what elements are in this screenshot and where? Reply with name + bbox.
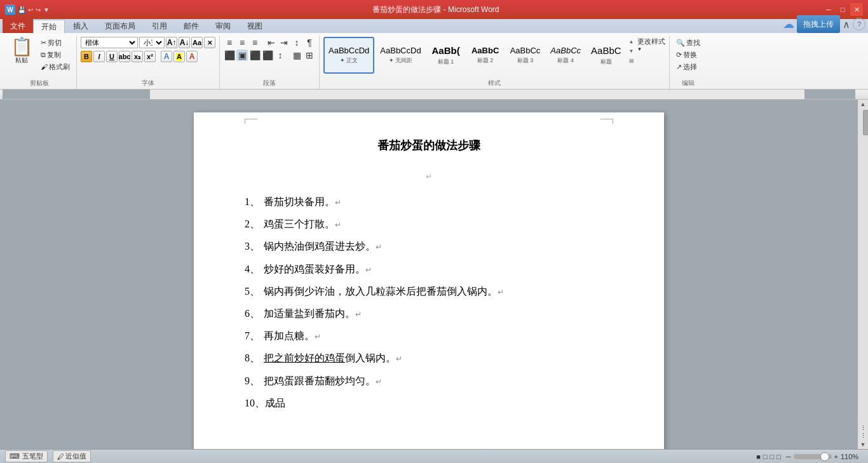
view-fullscreen-icon[interactable]: □	[763, 453, 768, 460]
style-normal[interactable]: AaBbCcDd ✦ 正文	[323, 37, 374, 74]
tab-file[interactable]: 文件	[3, 19, 33, 33]
justify-button[interactable]: ⬛	[262, 50, 273, 61]
sort-button[interactable]: ↕	[291, 37, 302, 48]
copy-button[interactable]: ⧉ 复制	[38, 49, 72, 60]
underline-button[interactable]: U	[106, 51, 118, 62]
maximize-button[interactable]: □	[836, 3, 849, 16]
italic-button[interactable]: I	[93, 51, 105, 62]
font-color-button[interactable]: A	[186, 51, 198, 62]
subscript-button[interactable]: x₂	[132, 51, 143, 62]
view-normal-icon[interactable]: ■	[756, 453, 761, 460]
superscript-button[interactable]: x²	[144, 51, 156, 62]
grow-font-button[interactable]: A↑	[166, 37, 177, 48]
scroll-extra: ⋮ ⋮	[859, 424, 867, 440]
align-right-button[interactable]: ⬛	[249, 50, 261, 61]
style-h3[interactable]: AaBbCc 标题 3	[506, 37, 545, 74]
cursor-mark: ↵	[245, 172, 613, 181]
quick-undo[interactable]: ↩	[28, 6, 33, 13]
scroll-down-arrow[interactable]: ▼	[859, 440, 867, 449]
scroll-up-arrow[interactable]: ▲	[859, 100, 867, 109]
font-size-select[interactable]: 小三	[139, 37, 165, 48]
zoom-level[interactable]: 110%	[841, 453, 863, 460]
ruler-center[interactable]	[150, 90, 804, 100]
change-styles-btn[interactable]: 更改样式 ▼	[637, 37, 665, 61]
multilevel-list-button[interactable]: ≡	[249, 37, 261, 48]
tab-view[interactable]: 视图	[239, 19, 271, 33]
next-page-btn[interactable]: ⋮	[860, 433, 866, 439]
highlight-button[interactable]: A	[173, 51, 185, 62]
minimize-button[interactable]: ─	[822, 3, 835, 16]
quick-redo[interactable]: ↪	[36, 6, 41, 13]
zoom-control: ─ + 110%	[786, 453, 863, 460]
show-hide-button[interactable]: ¶	[304, 37, 315, 48]
style-title[interactable]: AaBbC 标题	[587, 37, 626, 74]
close-button[interactable]: ✕	[850, 3, 863, 16]
scroll-thumb[interactable]	[863, 110, 868, 135]
borders-button[interactable]: ⊞	[304, 50, 315, 61]
decrease-indent-button[interactable]: ⇤	[266, 37, 277, 48]
status-right: ■ □ □ □ ─ + 110%	[756, 453, 863, 460]
minimize-ribbon-icon[interactable]: ∧	[843, 18, 850, 30]
line-spacing-button[interactable]: ↕	[275, 50, 286, 61]
style-scroll-down[interactable]: ▼	[627, 46, 636, 55]
change-case-button[interactable]: Aa	[191, 37, 203, 48]
help-button[interactable]: ?	[853, 18, 865, 30]
bullets-button[interactable]: ≡	[224, 37, 235, 48]
tab-insert[interactable]: 插入	[65, 19, 97, 33]
upload-button[interactable]: 拖拽上传	[797, 15, 840, 33]
quick-customize[interactable]: ▼	[43, 6, 50, 13]
font-name-select[interactable]: 楷体	[81, 37, 138, 48]
paragraph-group: ≡ ≡ ≡ ⇤ ⇥ ↕ ¶ ⬛ ▣ ⬛ ⬛ ↕ ▦ ⊞	[220, 36, 320, 89]
vertical-scrollbar[interactable]: ▲ ⋮ ⋮ ▼	[858, 100, 868, 449]
style-more[interactable]: ▤	[627, 56, 636, 65]
input-method[interactable]: ⌨ 五笔型	[5, 450, 48, 462]
format-painter-button[interactable]: 🖌 格式刷	[38, 61, 72, 72]
zoom-minus-btn[interactable]: ─	[786, 453, 791, 460]
change-styles-arrow: ▼	[637, 46, 665, 52]
corner-marker-tl	[245, 119, 257, 124]
clear-format-button[interactable]: ✕	[204, 37, 215, 48]
style-h1[interactable]: AaBb( 标题 1	[427, 37, 465, 74]
bold-button[interactable]: B	[81, 51, 92, 62]
shading-button[interactable]: ▦	[291, 50, 302, 61]
view-web-icon[interactable]: □	[770, 453, 774, 460]
zoom-slider-thumb[interactable]	[820, 452, 829, 461]
strikethrough-button[interactable]: abc	[119, 51, 130, 62]
tab-references[interactable]: 引用	[144, 19, 175, 33]
style-h2-preview: AaBbC	[471, 46, 499, 56]
shrink-font-button[interactable]: A↓	[179, 37, 190, 48]
text-effects-button[interactable]: A	[161, 51, 172, 62]
list-item: 6、 加适量盐到番茄内。↵	[245, 302, 613, 325]
right-ribbon-buttons: ☁ 拖拽上传 ∧ ?	[783, 15, 868, 33]
prev-page-btn[interactable]: ⋮	[860, 425, 866, 431]
align-center-button[interactable]: ▣	[236, 50, 248, 61]
tab-home[interactable]: 开始	[33, 20, 65, 34]
style-scroll-up[interactable]: ▲	[627, 37, 636, 46]
document-wrapper[interactable]: 番茄炒蛋的做法步骤 ↵ 1、 番茄切块备用。↵ 2、 鸡蛋三个打散。↵ 3、 锅…	[0, 100, 858, 449]
zoom-slider[interactable]	[794, 454, 832, 459]
paste-button[interactable]: 📋 粘贴	[6, 37, 37, 66]
increase-indent-button[interactable]: ⇥	[278, 37, 290, 48]
list-item: 10、 成品	[245, 392, 613, 414]
view-outline-icon[interactable]: □	[776, 453, 781, 460]
cut-button[interactable]: ✂ 剪切	[38, 37, 72, 48]
list-item: 5、 锅内再倒少许油，放入几粒蒜米后把番茄倒入锅内。↵	[245, 280, 613, 302]
style-h2[interactable]: AaBbC 标题 2	[466, 37, 505, 74]
tab-review[interactable]: 审阅	[207, 19, 239, 33]
ribbon-tabs: 文件 开始 插入 页面布局 引用 邮件 审阅 视图 ☁ 拖拽上传 ∧ ?	[0, 19, 868, 33]
tab-mail[interactable]: 邮件	[175, 19, 207, 33]
find-button[interactable]: 🔍 查找	[674, 37, 703, 48]
style-no-space-preview: AaBbCcDd	[380, 46, 421, 56]
ribbon-content: 📋 粘贴 ✂ 剪切 ⧉ 复制 🖌 格式刷	[0, 33, 868, 89]
select-button[interactable]: ↗ 选择	[674, 61, 703, 72]
style-no-space[interactable]: AaBbCcDd ✦ 无间距	[376, 37, 425, 74]
numbering-button[interactable]: ≡	[236, 37, 248, 48]
replace-button[interactable]: ⟳ 替换	[674, 49, 703, 60]
cloud-icon: ☁	[783, 17, 794, 31]
zoom-plus-btn[interactable]: +	[834, 453, 838, 460]
list-item: 9、 把鸡蛋跟番茄翻炒均匀。↵	[245, 370, 613, 392]
tab-page-layout[interactable]: 页面布局	[97, 19, 144, 33]
style-h4[interactable]: AaBbCc 标题 4	[546, 37, 585, 74]
align-left-button[interactable]: ⬛	[224, 50, 235, 61]
quick-save[interactable]: 💾	[18, 6, 25, 13]
